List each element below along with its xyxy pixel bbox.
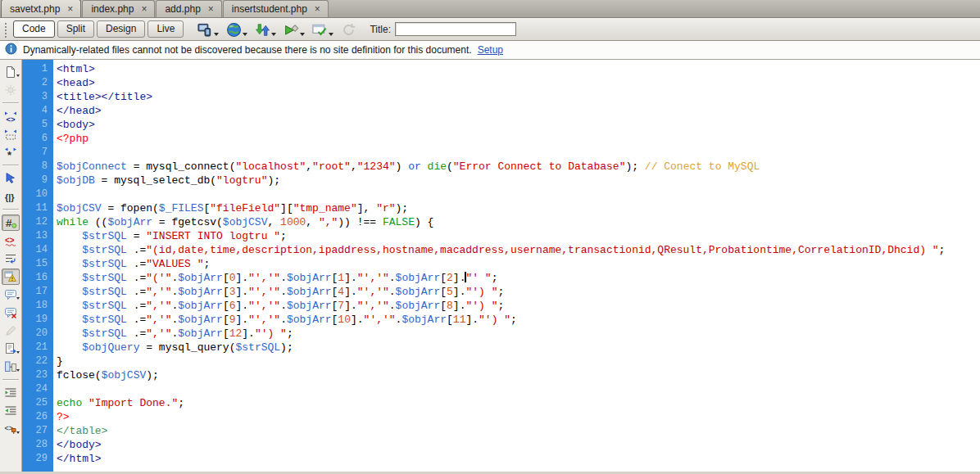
tab-add.php[interactable]: add.php× [156, 0, 221, 17]
check-browser-compatibility-icon[interactable] [312, 21, 333, 38]
open-documents-icon[interactable] [2, 64, 20, 80]
code-line[interactable]: echo "Import Done."; [57, 396, 980, 410]
tab-label: add.php [165, 3, 200, 15]
code-line[interactable]: </table> [57, 424, 980, 438]
code-line[interactable]: $objCSV = fopen($_FILES["fileField"]["tm… [57, 201, 980, 215]
line-number: 19 [22, 313, 48, 327]
design-view-button[interactable]: Design [97, 20, 145, 38]
document-tab-bar: savetxt.php×index.php×add.php×insertstud… [0, 0, 980, 18]
code-line[interactable]: $strSQL .=",'".$objArr[12]."') "; [57, 327, 980, 341]
code-view-button[interactable]: Code [13, 20, 55, 38]
line-number: 2 [22, 76, 48, 90]
move-convert-css-icon[interactable] [2, 359, 20, 375]
live-code-icon [2, 82, 20, 98]
code-line[interactable]: <?php [57, 132, 980, 146]
collapse-full-tag-icon[interactable]: <> [2, 108, 20, 124]
line-number-gutter: 1234567891011121314151617181920212223242… [22, 60, 53, 472]
tab-index.php[interactable]: index.php× [82, 0, 155, 17]
code-line[interactable]: <head> [57, 76, 980, 90]
close-icon[interactable]: × [139, 5, 148, 13]
outdent-code-icon[interactable] [2, 403, 20, 419]
svg-text:<>: <> [7, 115, 16, 124]
tab-insertstudent.php[interactable]: insertstudent.php× [223, 0, 329, 17]
document-toolbar: CodeSplitDesignLive Title: [0, 18, 980, 41]
line-number: 15 [22, 257, 48, 271]
wrap-tag-icon [2, 323, 20, 339]
code-line[interactable] [57, 146, 980, 160]
preview-in-browser-icon[interactable] [226, 21, 247, 38]
code-line[interactable]: </body> [57, 438, 980, 452]
code-line[interactable]: $strSQL .=",'".$objArr[9]."','".$objArr[… [57, 313, 980, 327]
svg-text:{|}: {|} [5, 192, 15, 202]
collapse-selection-icon[interactable] [2, 126, 20, 142]
code-line[interactable]: <body> [57, 118, 980, 132]
live-view-button[interactable]: Live [147, 20, 184, 38]
select-parent-tag-icon[interactable] [2, 170, 20, 187]
line-number: 27 [22, 424, 48, 438]
close-icon[interactable]: × [206, 5, 216, 13]
code-line[interactable]: $strSQL = "INSERT INTO logtru "; [57, 229, 980, 243]
line-number: 4 [22, 104, 48, 118]
code-line[interactable]: $strSQL .="('".$objArr[0]."','".$objArr[… [57, 271, 980, 285]
balance-braces-icon[interactable]: {|} [2, 188, 20, 205]
close-icon[interactable]: × [313, 5, 322, 13]
code-line[interactable]: </head> [57, 104, 980, 118]
separator [2, 379, 19, 381]
multiscreen-preview-icon[interactable] [197, 21, 219, 38]
code-line[interactable] [57, 187, 980, 201]
word-wrap-icon[interactable] [2, 251, 20, 267]
code-line[interactable]: $strSQL .="(id,date,time,description,ipa… [57, 243, 980, 257]
highlight-invalid-code-icon[interactable]: <> [2, 232, 20, 249]
code-line[interactable]: $objDB = mysql_select_db("logtru"); [57, 174, 980, 187]
format-source-code-icon[interactable]: <> [2, 421, 20, 437]
code-line[interactable]: $objConnect = mysql_connect("localhost",… [57, 160, 980, 174]
code-line[interactable]: $strSQL .=",'".$objArr[3]."','".$objArr[… [57, 285, 980, 299]
line-number: 23 [22, 368, 48, 382]
title-label: Title: [370, 24, 391, 35]
line-number: 14 [22, 243, 48, 257]
separator [2, 165, 19, 166]
close-icon[interactable]: × [66, 5, 75, 13]
code-line[interactable]: while (($objArr = fgetcsv($objCSV, 1000,… [57, 215, 980, 229]
separator [2, 102, 19, 104]
title-input[interactable] [395, 22, 516, 36]
code-line[interactable]: $objQuery = mysql_query($strSQL); [57, 341, 980, 354]
line-number: 18 [22, 299, 48, 313]
code-line[interactable]: } [57, 354, 980, 368]
code-line[interactable]: </html> [57, 452, 980, 466]
svg-text:#: # [6, 217, 12, 229]
code-line[interactable]: <html> [57, 62, 980, 76]
code-line[interactable]: ?> [57, 410, 980, 424]
code-line[interactable] [57, 382, 980, 396]
code-view: <>*{|}#<><> 1234567891011121314151617181… [0, 60, 980, 472]
code-line[interactable]: $strSQL .="VALUES "; [57, 257, 980, 271]
code-line[interactable]: <title></title> [57, 90, 980, 104]
line-numbers-icon[interactable]: # [2, 214, 20, 231]
syntax-error-alerts-icon[interactable] [2, 269, 20, 285]
apply-comment-icon[interactable] [2, 287, 20, 303]
chevron-down-icon [271, 33, 276, 36]
info-message: Dynamically-related files cannot not be … [23, 44, 472, 56]
tab-label: insertstudent.php [232, 3, 307, 15]
line-number: 16 [22, 271, 48, 285]
svg-text:<>: <> [5, 236, 15, 245]
expand-all-icon[interactable]: * [2, 144, 20, 160]
setup-link[interactable]: Setup [478, 44, 503, 56]
chevron-down-icon [300, 33, 305, 36]
line-number: 11 [22, 201, 48, 215]
split-view-button[interactable]: Split [57, 20, 94, 38]
recent-snippets-icon[interactable] [2, 341, 20, 357]
tab-savetxt.php[interactable]: savetxt.php× [1, 0, 81, 17]
code-line[interactable]: fclose($objCSV); [57, 368, 980, 382]
remove-comment-icon[interactable] [2, 305, 20, 321]
dreamweaver-window: { "tabs": [ { "label": "savetxt.php", "a… [0, 0, 980, 474]
code-line[interactable]: $strSQL .=",'".$objArr[6]."','".$objArr[… [57, 299, 980, 313]
live-view-options-icon[interactable] [284, 21, 305, 38]
file-management-icon[interactable] [255, 21, 276, 38]
chevron-down-icon [16, 431, 20, 434]
indent-code-icon[interactable] [2, 385, 20, 401]
code-editor[interactable]: <html><head><title></title></head><body>… [53, 60, 980, 472]
line-number: 7 [22, 146, 48, 160]
toolbar-grip[interactable] [4, 21, 8, 38]
line-number: 10 [22, 187, 48, 201]
